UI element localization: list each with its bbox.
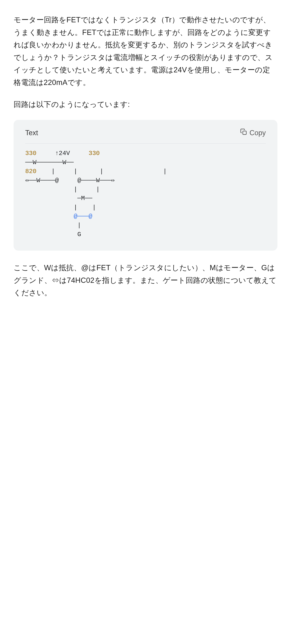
code-text: | | | |: [36, 168, 167, 175]
code-token-highlight: @───@: [25, 213, 92, 220]
code-text: ↑24V: [36, 150, 89, 157]
paragraph-legend: ここで、Wは抵抗、@はFET（トランジスタにしたい）、Mはモーター、Gはグランド…: [14, 262, 278, 299]
copy-button[interactable]: Copy: [240, 128, 266, 137]
code-header: Text Copy: [14, 120, 278, 143]
code-text: | |: [25, 204, 96, 211]
code-text: |: [25, 222, 81, 229]
copy-button-label: Copy: [250, 129, 266, 137]
paragraph-question: モーター回路をFETではなくトランジスタ（Tr）で動作させたいのですが、うまく動…: [14, 14, 278, 89]
code-text: G: [25, 231, 81, 238]
code-token-number: 820: [25, 168, 36, 175]
code-text: ──W───────W──: [25, 159, 74, 166]
paragraph-circuit-intro: 回路は以下のようになっています:: [14, 98, 278, 111]
code-token-number: 330: [88, 150, 100, 157]
code-token-number: 330: [25, 150, 36, 157]
copy-icon: [240, 128, 247, 137]
code-text: ⇔──W────@ @────W───⇔: [25, 177, 115, 184]
svg-rect-0: [243, 131, 246, 134]
code-text: ─M──: [25, 195, 92, 202]
code-text: | |: [25, 186, 100, 193]
code-language-label: Text: [25, 127, 38, 139]
code-content: 330 ↑24V 330 ──W───────W── 820 | | | | ⇔…: [14, 144, 278, 250]
code-block: Text Copy 330 ↑24V 330 ──W───────W── 820…: [14, 120, 278, 250]
